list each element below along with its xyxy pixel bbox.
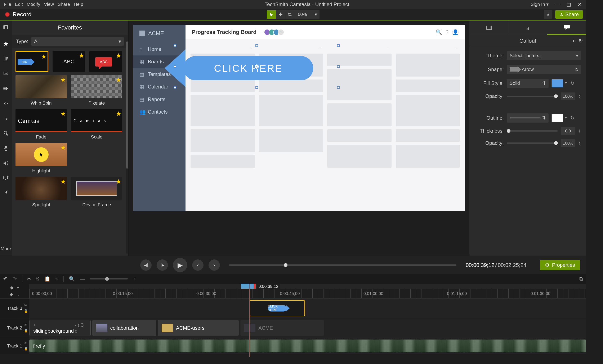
resize-handle-bl[interactable] bbox=[174, 86, 176, 89]
thickness-value[interactable]: 0.0 bbox=[561, 127, 575, 135]
track-lock-icon[interactable]: 🔒 bbox=[24, 309, 28, 313]
redo-button[interactable]: ↷ bbox=[12, 276, 17, 282]
zoom-in-button[interactable]: + bbox=[133, 276, 136, 282]
shape-select[interactable]: Arrow ⇅ bbox=[507, 65, 581, 74]
favorite-device-frame[interactable]: ★ Device Frame bbox=[71, 177, 122, 208]
clip-slidingbackground-group[interactable]: + slidingbackground - ( 3 c bbox=[29, 320, 91, 336]
star-icon[interactable]: ★ bbox=[79, 52, 84, 59]
add-track-button[interactable]: + bbox=[17, 285, 19, 290]
fill-opacity-value[interactable]: 100% bbox=[561, 92, 575, 100]
favorite-speech-callout[interactable]: ★ABC bbox=[89, 51, 122, 72]
visual-properties-tab[interactable] bbox=[469, 21, 508, 35]
favorite-arrow-callout[interactable]: ★ABC bbox=[15, 51, 48, 72]
star-icon[interactable]: ★ bbox=[60, 110, 66, 117]
favorite-pixelate[interactable]: ★ Pixelate bbox=[71, 75, 122, 106]
playback-scrubber[interactable] bbox=[229, 265, 456, 266]
next-frame-button[interactable]: Ⅰ▸ bbox=[157, 259, 168, 271]
callout-properties-tab[interactable] bbox=[547, 21, 586, 35]
resize-handle-tm[interactable] bbox=[255, 44, 258, 47]
detach-timeline-icon[interactable]: ⧉ bbox=[579, 276, 583, 282]
share-button[interactable]: Share bbox=[555, 10, 583, 19]
interactivity-icon[interactable] bbox=[3, 190, 8, 197]
resize-handle-br[interactable] bbox=[337, 86, 340, 89]
menu-modify[interactable]: Modify bbox=[27, 2, 40, 7]
edit-mode-button[interactable] bbox=[267, 10, 276, 19]
star-icon[interactable]: ★ bbox=[60, 178, 66, 185]
resize-handle-tr[interactable] bbox=[337, 44, 340, 47]
clip-collaboration[interactable]: collaboration bbox=[92, 320, 156, 336]
timeline-zoom-slider[interactable] bbox=[90, 278, 128, 279]
more-button[interactable]: More bbox=[1, 246, 11, 252]
voice-icon[interactable] bbox=[4, 145, 8, 153]
media-bin-scrollbar[interactable] bbox=[126, 41, 128, 254]
crop-mode-button[interactable] bbox=[285, 10, 294, 19]
library-icon[interactable] bbox=[3, 56, 9, 63]
favorite-fade[interactable]: ★Camtas Fade bbox=[15, 109, 67, 140]
outline-opacity-spinner[interactable]: ▲▼ bbox=[578, 141, 581, 145]
opacity-spinner[interactable]: ▲▼ bbox=[578, 94, 581, 98]
cut-button[interactable]: ✂ bbox=[27, 276, 31, 282]
track-name[interactable]: Track 3 bbox=[7, 306, 23, 311]
favorite-whip-spin[interactable]: ★ Whip Spin bbox=[15, 75, 67, 106]
resize-handle-tl[interactable] bbox=[174, 44, 176, 47]
copy-button[interactable]: ⎘ bbox=[36, 276, 39, 282]
collapse-tracks-icon[interactable]: ⌄ bbox=[16, 292, 20, 297]
scrubber-thumb[interactable] bbox=[284, 263, 288, 267]
menu-edit[interactable]: Edit bbox=[15, 2, 23, 7]
next-marker-button[interactable]: › bbox=[209, 259, 220, 271]
menu-share[interactable]: Share bbox=[58, 2, 70, 7]
sign-in-button[interactable]: Sign In ▾ bbox=[531, 2, 549, 7]
undo-button[interactable]: ↶ bbox=[3, 276, 8, 282]
fill-opacity-slider[interactable] bbox=[507, 96, 558, 97]
zoom-select[interactable]: 60% bbox=[294, 10, 320, 19]
outline-reset-icon[interactable]: ↻ bbox=[570, 115, 575, 121]
media-bin-icon[interactable] bbox=[3, 24, 9, 32]
quiz-icon[interactable]: ◆ bbox=[10, 292, 13, 297]
menu-help[interactable]: Help bbox=[74, 2, 83, 7]
theme-select[interactable]: Select Theme...▾ bbox=[507, 51, 581, 60]
prev-marker-button[interactable]: ‹ bbox=[192, 259, 204, 271]
transitions-icon[interactable] bbox=[3, 86, 9, 93]
properties-button[interactable]: ⚙ Properties bbox=[540, 260, 580, 270]
clip-callout[interactable]: CLICK HERE bbox=[249, 300, 305, 316]
close-icon[interactable]: ✕ bbox=[578, 1, 582, 8]
fill-color-swatch[interactable] bbox=[552, 79, 563, 88]
export-button[interactable] bbox=[544, 10, 552, 19]
type-filter-select[interactable]: All ▾ bbox=[31, 37, 124, 46]
visual-effects-icon[interactable] bbox=[3, 175, 9, 182]
prev-frame-button[interactable]: ◂Ⅰ bbox=[140, 259, 151, 271]
text-properties-tab[interactable]: a bbox=[508, 21, 547, 35]
minimize-icon[interactable]: — bbox=[555, 1, 560, 8]
star-icon[interactable]: ★ bbox=[116, 52, 121, 59]
pan-mode-button[interactable] bbox=[276, 10, 285, 19]
resize-handle-lm[interactable] bbox=[174, 65, 176, 68]
favorites-icon[interactable]: ★ bbox=[3, 40, 9, 48]
playhead-out-flag[interactable] bbox=[254, 284, 256, 289]
track-visibility-icon[interactable]: 👁 bbox=[24, 341, 28, 345]
reset-section-icon[interactable]: ↻ bbox=[579, 38, 583, 44]
resize-handle-rm[interactable] bbox=[337, 65, 340, 68]
track-visibility-icon[interactable]: 👁 bbox=[24, 304, 28, 307]
playhead-line[interactable] bbox=[249, 284, 250, 357]
outline-color-swatch[interactable] bbox=[552, 114, 563, 122]
thickness-slider[interactable] bbox=[507, 130, 558, 132]
zoom-out-button[interactable]: — bbox=[80, 276, 85, 282]
callout-selection[interactable]: CLICK HERE ✕ bbox=[175, 46, 338, 88]
star-icon[interactable]: ★ bbox=[60, 144, 66, 151]
star-icon[interactable]: ★ bbox=[116, 110, 121, 117]
fill-reset-icon[interactable]: ↻ bbox=[570, 80, 575, 86]
behaviors-icon[interactable] bbox=[3, 101, 9, 108]
track-lock-icon[interactable]: 🔒 bbox=[24, 329, 28, 333]
resize-handle-bm[interactable] bbox=[255, 86, 258, 89]
favorite-spotlight[interactable]: ★ Spotlight bbox=[15, 177, 67, 208]
add-property-icon[interactable]: + bbox=[572, 38, 575, 44]
outline-opacity-value[interactable]: 100% bbox=[561, 139, 575, 147]
track-name[interactable]: Track 1 bbox=[7, 343, 23, 349]
canvas[interactable]: ACME ⌂Home ▦Boards ▤Templates ▦Calendar … bbox=[133, 25, 465, 211]
clip-acme[interactable]: ACME bbox=[240, 320, 324, 336]
play-button[interactable]: ▶ bbox=[173, 258, 187, 272]
menu-view[interactable]: View bbox=[44, 2, 54, 7]
track-visibility-icon[interactable]: 👁 bbox=[24, 323, 28, 327]
record-button[interactable]: Record bbox=[0, 9, 36, 20]
cursor-effects-icon[interactable] bbox=[3, 130, 9, 137]
